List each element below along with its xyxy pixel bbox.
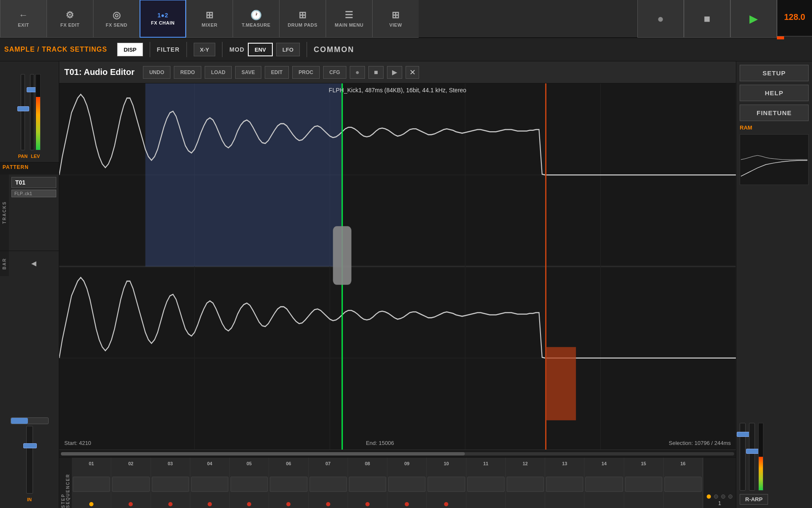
seq-dot-3[interactable] xyxy=(721,494,725,499)
right-fader-1[interactable] xyxy=(740,423,746,491)
seq-step-num-05: 05 xyxy=(247,461,252,466)
seq-step-06[interactable]: 06 xyxy=(269,458,308,508)
seq-step-16[interactable]: 16 xyxy=(664,458,703,508)
seq-step-btn-06[interactable] xyxy=(270,477,307,492)
middle-panel: T01: Audio Editor UNDO REDO LOAD SAVE ED… xyxy=(59,61,736,508)
editor-scrollbar[interactable] xyxy=(59,450,736,457)
seq-step-btn-13[interactable] xyxy=(546,477,583,492)
seq-step-10[interactable]: 10 xyxy=(427,458,466,508)
seq-step-btn-02[interactable] xyxy=(112,477,149,492)
seq-step-btn-07[interactable] xyxy=(310,477,347,492)
finetune-button[interactable]: FINETUNE xyxy=(740,105,809,121)
record-button[interactable]: ● xyxy=(637,0,684,38)
fx-edit-button[interactable]: ⚙ FX EDIT xyxy=(47,0,93,38)
seq-dot-2[interactable] xyxy=(714,494,718,499)
pan-fader[interactable] xyxy=(21,74,25,150)
fx-chain-button[interactable]: 1●2 FX CHAIN xyxy=(140,0,186,38)
seq-step-btn-05[interactable] xyxy=(230,477,268,492)
seq-step-btn-03[interactable] xyxy=(152,477,189,492)
scrollbar-track[interactable] xyxy=(61,452,734,456)
save-button[interactable]: SAVE xyxy=(235,66,261,79)
seq-step-09[interactable]: 09 xyxy=(387,458,427,508)
seq-step-btn-16[interactable] xyxy=(664,477,702,492)
drum-pads-button[interactable]: ⊞ DRUM PADS xyxy=(279,0,326,38)
seq-step-02[interactable]: 02 xyxy=(111,458,151,508)
record-mode-button[interactable]: ● xyxy=(350,66,365,79)
help-button[interactable]: HELP xyxy=(740,85,809,101)
lev-label: LEV xyxy=(31,154,40,159)
stop-icon: ■ xyxy=(704,12,710,25)
main-menu-button[interactable]: ☰ MAIN MENU xyxy=(326,0,372,38)
right-fader-2[interactable] xyxy=(749,423,755,491)
lev-fader[interactable] xyxy=(30,74,34,150)
seq-step-btn-08[interactable] xyxy=(349,477,386,492)
rarp-button[interactable]: R-ARP xyxy=(740,494,768,505)
stop-mode-button[interactable]: ■ xyxy=(368,66,384,79)
seq-step-13[interactable]: 13 xyxy=(545,458,584,508)
seq-step-04[interactable]: 04 xyxy=(190,458,230,508)
cfg-button[interactable]: CFG xyxy=(323,66,346,79)
editor-close-button[interactable]: ✕ xyxy=(406,66,419,79)
seq-step-15[interactable]: 15 xyxy=(624,458,664,508)
seq-dot-1[interactable] xyxy=(707,494,711,499)
level-meter xyxy=(36,74,41,150)
in-label: IN xyxy=(27,497,32,502)
seq-step-03[interactable]: 03 xyxy=(151,458,190,508)
play-mode-icon: ▶ xyxy=(392,68,397,76)
exit-button[interactable]: ← EXIT xyxy=(0,0,47,38)
seq-step-btn-10[interactable] xyxy=(428,477,465,492)
env-button[interactable]: ENV xyxy=(248,43,273,56)
seq-step-btn-15[interactable] xyxy=(625,477,662,492)
seq-step-btn-01[interactable] xyxy=(73,477,110,492)
setup-button[interactable]: SETUP xyxy=(740,65,809,81)
seq-step-num-10: 10 xyxy=(444,461,449,466)
seq-step-01[interactable]: 01 xyxy=(72,458,111,508)
stop-button[interactable]: ■ xyxy=(684,0,730,38)
proc-button[interactable]: PROC xyxy=(292,66,320,79)
undo-button[interactable]: UNDO xyxy=(143,66,170,79)
channel-v-fader[interactable] xyxy=(26,426,33,494)
svg-rect-9 xyxy=(145,83,342,267)
channel-v-fader-thumb[interactable] xyxy=(23,443,37,448)
scrollbar-thumb[interactable] xyxy=(61,452,465,456)
seq-step-num-07: 07 xyxy=(326,461,331,466)
seq-step-num-06: 06 xyxy=(286,461,291,466)
seq-step-05[interactable]: 05 xyxy=(230,458,269,508)
channel-h-fader[interactable] xyxy=(11,417,49,424)
seq-step-08[interactable]: 08 xyxy=(348,458,387,508)
bar-arrow[interactable]: ◄ xyxy=(9,251,59,276)
disp-button[interactable]: DISP xyxy=(117,43,143,56)
play-icon: ▶ xyxy=(749,12,758,25)
seq-step-btn-11[interactable] xyxy=(467,477,505,492)
seq-step-btn-09[interactable] xyxy=(388,477,425,492)
seq-dot-4[interactable] xyxy=(728,494,732,499)
preview-svg xyxy=(740,135,808,185)
seq-step-12[interactable]: 12 xyxy=(506,458,545,508)
t-measure-button[interactable]: 🕐 T.MEASURE xyxy=(233,0,279,38)
t-measure-icon: 🕐 xyxy=(250,10,262,21)
seq-step-14[interactable]: 14 xyxy=(584,458,624,508)
play-button[interactable]: ▶ xyxy=(730,0,777,38)
mixer-button[interactable]: ⊞ MIXER xyxy=(186,0,233,38)
seq-step-07[interactable]: 07 xyxy=(309,458,348,508)
seq-step-btn-12[interactable] xyxy=(507,477,544,492)
pan-fader-thumb[interactable] xyxy=(17,106,29,111)
seq-step-btn-04[interactable] xyxy=(191,477,228,492)
seq-step-btn-14[interactable] xyxy=(585,477,623,492)
pattern-header: PATTERN xyxy=(0,162,59,174)
track-item-t01[interactable]: T01 xyxy=(11,177,56,188)
fx-send-button[interactable]: ◎ FX SEND xyxy=(93,0,140,38)
view-button[interactable]: ⊞ VIEW xyxy=(372,0,419,38)
seq-page-indicator: 1 xyxy=(703,458,736,508)
xy-button[interactable]: X-Y xyxy=(194,43,216,56)
waveform-container[interactable]: FLPH_Kick1, 487ms (84KB), 16bit, 44.1 kH… xyxy=(59,83,736,450)
right-fader-2-thumb[interactable] xyxy=(746,449,759,454)
play-mode-button[interactable]: ▶ xyxy=(387,66,402,79)
settings-bar: SAMPLE / TRACK SETTINGS DISP FILTER X-Y … xyxy=(0,38,812,61)
edit-button[interactable]: EDIT xyxy=(265,66,289,79)
redo-button[interactable]: REDO xyxy=(174,66,201,79)
seq-step-11[interactable]: 11 xyxy=(466,458,506,508)
load-button[interactable]: LOAD xyxy=(205,66,232,79)
lfo-button[interactable]: LFO xyxy=(276,43,300,56)
right-fader-1-thumb[interactable] xyxy=(737,432,749,437)
